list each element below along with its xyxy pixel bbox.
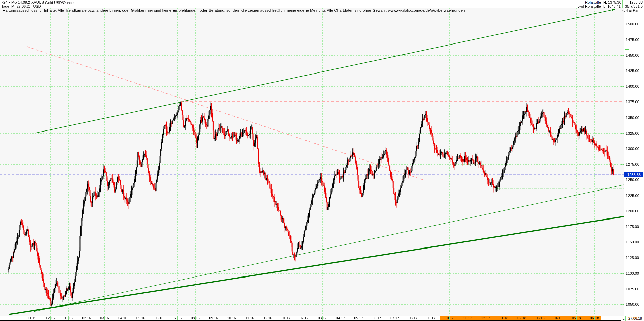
month-axis-label: 05 18 <box>569 316 584 320</box>
month-axis-label: 06 17 <box>369 316 384 320</box>
month-axis-label: 07 16 <box>170 316 185 320</box>
price-axis-label: 1500.00 <box>626 22 643 26</box>
timeframe-dropdown[interactable]: Tage ▼ <box>0 4 10 8</box>
price-axis-label: 1175.00 <box>626 225 643 229</box>
instrument-name-cell: Gold USD/Ounce <box>44 0 89 5</box>
category-value: Rohstoffe <box>585 0 601 4</box>
month-axis-label: 01 18 <box>496 316 511 320</box>
month-axis-label: 11 16 <box>242 316 257 320</box>
timeframe-value: Tage <box>1 4 9 8</box>
price-axis-label: 1475.00 <box>626 38 643 42</box>
range-info-value: 35.7/331.0 <box>625 4 643 8</box>
price-axis-label: 1150.00 <box>626 240 643 244</box>
price-axis-label: 1225.00 <box>626 194 643 198</box>
disclaimer-text: Haftungsausschluss für Inhalte: Alle Tre… <box>3 8 465 12</box>
month-axis-label: 02 17 <box>297 316 312 320</box>
month-axis-label: 05 16 <box>133 316 148 320</box>
price-axis-label: 1300.00 <box>626 147 643 151</box>
month-axis-label: 03 16 <box>97 316 112 320</box>
low-value: L: 1046.41 <box>603 4 621 8</box>
price-axis-label: 1100.00 <box>626 271 643 275</box>
last-value: 1258.33 <box>629 0 643 4</box>
price-axis-label: 1400.00 <box>626 84 643 88</box>
provider-value: vwd Rohstoffe <box>577 4 601 8</box>
price-axis-label: 1375.00 <box>626 100 643 104</box>
price-axis-label: 1250.00 <box>626 178 643 182</box>
instrument-name: Gold USD/Ounce <box>45 1 74 5</box>
month-axis-label: 02 16 <box>79 316 94 320</box>
period-count-value: 724 <box>1 0 7 4</box>
month-axis-label: 07 17 <box>387 316 402 320</box>
month-axis-label: 04 18 <box>551 316 566 320</box>
month-axis-label: 04 17 <box>333 316 348 320</box>
month-axis-label: 12 15 <box>43 316 58 320</box>
month-axis-label: 09 16 <box>206 316 221 320</box>
month-axis-label: 08 17 <box>406 316 420 320</box>
month-axis-label: 04 16 <box>115 316 130 320</box>
price-axis-label: 1200.00 <box>626 209 643 213</box>
range-info-cell: 35.7/331.0 <box>622 4 644 8</box>
month-axis-label: 03 17 <box>315 316 330 320</box>
low-cell: L: 1046.41 <box>602 4 623 8</box>
price-axis-label: 1350.00 <box>626 116 643 120</box>
currency-value: USD <box>33 4 41 8</box>
chart-window: 724 ▼ Mo 14.09.2015 XAUUSD Gold USD/Ounc… <box>0 0 644 321</box>
price-axis-label: 1050.00 <box>626 302 643 307</box>
month-axis-label: 05 17 <box>351 316 366 320</box>
month-axis-label: 08 16 <box>188 316 203 320</box>
last-price-badge: 1258.33 <box>624 172 643 177</box>
price-axis-label: 1075.00 <box>626 287 643 291</box>
provider-cell: vwd Rohstoffe <box>577 4 602 8</box>
price-chart-canvas[interactable] <box>0 0 644 321</box>
month-axis-label: 06 16 <box>152 316 166 320</box>
month-axis-label: 09 17 <box>424 316 439 320</box>
month-axis-label: 10 17 <box>442 316 457 320</box>
price-axis-label: 1425.00 <box>626 69 643 73</box>
price-axis-label: 1450.00 <box>626 53 643 57</box>
month-axis-label: 03 18 <box>533 316 547 320</box>
price-axis-label: 1325.00 <box>626 131 643 135</box>
month-axis-label: 10 16 <box>224 316 239 320</box>
currency-cell: USD <box>30 4 44 8</box>
high-value: H: 1375.30 <box>603 0 621 4</box>
price-axis-label: 1275.00 <box>626 162 643 166</box>
month-axis-label: 02 18 <box>514 316 529 320</box>
month-axis-label: 06 18 <box>587 316 602 320</box>
month-axis-label: 12 16 <box>260 316 275 320</box>
end-date-field[interactable]: Mi 27.06.2018 <box>10 4 30 8</box>
copyright-label: (c)Tai-Pan <box>622 8 639 12</box>
collapse-icon[interactable]: − <box>625 49 629 53</box>
last-date-cell: 27.06.18 <box>625 316 644 321</box>
month-axis-label: 11 17 <box>460 316 475 320</box>
month-axis-label: 01 16 <box>61 316 76 320</box>
month-axis-label: 12 17 <box>478 316 493 320</box>
price-axis-label: 1125.00 <box>626 256 643 260</box>
month-axis-label: 01 17 <box>279 316 293 320</box>
month-axis-label: 11 15 <box>25 316 39 320</box>
